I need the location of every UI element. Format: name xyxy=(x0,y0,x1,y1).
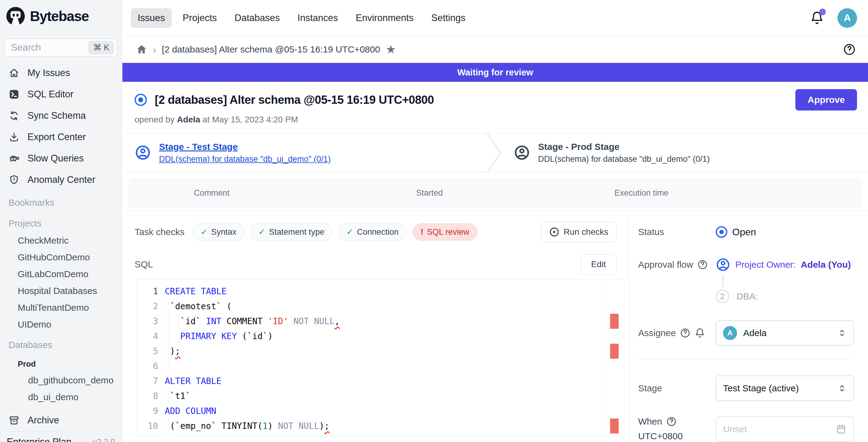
line-number: 3 xyxy=(137,316,165,326)
project-item[interactable]: CheckMetric xyxy=(0,232,122,249)
sidebar-item-export-center[interactable]: Export Center xyxy=(0,126,122,148)
when-row: When UTC+0800 Unset xyxy=(638,416,854,442)
home-icon xyxy=(8,67,20,78)
sidebar-item-my-issues[interactable]: My Issues xyxy=(0,62,122,84)
chevron-updown-icon xyxy=(837,328,847,338)
project-item[interactable]: GitHubComDemo xyxy=(0,249,122,265)
error-marker xyxy=(610,418,619,434)
assignee-text: Assignee xyxy=(638,328,676,338)
check-pill-statement-type[interactable]: ✓Statement type xyxy=(250,223,333,241)
help-icon[interactable] xyxy=(680,328,690,338)
stage-name[interactable]: Stage - Prod Stage xyxy=(538,141,710,152)
run-checks-button[interactable]: Run checks xyxy=(541,222,617,242)
turtle-icon xyxy=(8,153,20,164)
sidebar: Bytebase Search ⌘ K My IssuesSQL EditorS… xyxy=(0,0,122,442)
sidebar-item-slow-queries[interactable]: Slow Queries xyxy=(0,148,122,169)
assignee-value: Adela xyxy=(743,328,831,338)
star-icon[interactable]: ★ xyxy=(385,44,396,55)
search-shortcut: ⌘ K xyxy=(89,41,114,54)
check-icon: ✓ xyxy=(258,227,266,237)
breadcrumb: › [2 databases] Alter schema @05-15 16:1… xyxy=(122,36,868,63)
stage-strip: Stage - Test StageDDL(schema) for databa… xyxy=(122,133,868,172)
edit-button[interactable]: Edit xyxy=(581,254,617,275)
sql-editor[interactable]: 1CREATE TABLE2 `demotest` (3 `id` INT CO… xyxy=(136,279,625,436)
status-value: Open xyxy=(732,226,756,238)
sidebar-item-anomaly-center[interactable]: Anomaly Center xyxy=(0,169,122,190)
stage-select-row: Stage Test Stage (active) xyxy=(638,375,854,401)
stage-task-link[interactable]: DDL(schema) for database "db_ui_demo" (0… xyxy=(538,154,710,164)
database-item[interactable]: db_githubcom_demo xyxy=(0,372,122,388)
check-pill-syntax[interactable]: ✓Syntax xyxy=(192,223,245,241)
nav-item-databases[interactable]: Databases xyxy=(228,8,287,28)
sidebar-item-sync-schema[interactable]: Sync Schema xyxy=(0,105,122,126)
line-number: 8 xyxy=(137,391,165,401)
sidebar-projects-list: CheckMetricGitHubComDemoGitLabComDemoHos… xyxy=(0,232,122,333)
line-number: 10 xyxy=(137,421,165,431)
check-icon: ✓ xyxy=(200,227,208,237)
line-number: 5 xyxy=(137,346,165,356)
check-pill-sql-review[interactable]: !SQL review xyxy=(412,223,478,241)
stage-value: Test Stage (active) xyxy=(723,383,831,393)
sql-label: SQL xyxy=(134,259,153,270)
stage-task-link[interactable]: DDL(schema) for database "db_ui_demo" (0… xyxy=(159,154,331,164)
assignee-avatar: A xyxy=(723,326,737,340)
help-icon[interactable] xyxy=(843,43,856,56)
project-item[interactable]: GitLabComDemo xyxy=(0,265,122,282)
sidebar-item-label: Slow Queries xyxy=(28,153,84,164)
plan-row[interactable]: Enterprise Plan v2.2.0 xyxy=(0,431,122,442)
project-item[interactable]: UIDemo xyxy=(0,316,122,333)
approval-step2-row: 2 DBA: xyxy=(638,290,854,303)
approval-step1-role: Project Owner: xyxy=(735,259,796,270)
check-pill-connection[interactable]: ✓Connection xyxy=(338,223,407,241)
approval-flow-text: Approval flow xyxy=(638,259,693,270)
indent-guide xyxy=(168,344,168,359)
issue-title-row: [2 databases] Alter schema @05-15 16:19 … xyxy=(122,82,868,110)
status-banner: Waiting for review xyxy=(122,63,868,82)
indent-guide xyxy=(168,388,168,404)
help-icon[interactable] xyxy=(698,259,708,270)
help-icon[interactable] xyxy=(666,416,677,427)
warning-icon: ! xyxy=(421,227,423,237)
assignee-row: Assignee A Adela xyxy=(638,320,854,346)
nav-item-projects[interactable]: Projects xyxy=(176,8,224,28)
sidebar-section-bookmarks: Bookmarks xyxy=(0,194,122,211)
issue-side-panel: Status Open Approval flow Project Owner:… xyxy=(629,211,868,442)
project-item[interactable]: Hospital Databases xyxy=(0,282,122,299)
plan-name: Enterprise Plan xyxy=(7,437,71,442)
nav-item-environments[interactable]: Environments xyxy=(349,8,421,28)
search-input[interactable]: Search ⌘ K xyxy=(4,38,118,57)
stage-select[interactable]: Test Stage (active) xyxy=(716,375,854,401)
check-label: Syntax xyxy=(211,227,237,237)
when-text: When xyxy=(638,416,662,427)
stage-name[interactable]: Stage - Test Stage xyxy=(159,141,331,152)
brand-logo[interactable]: Bytebase xyxy=(0,0,122,26)
stage-1[interactable]: Stage - Test StageDDL(schema) for databa… xyxy=(122,133,486,172)
nav-item-instances[interactable]: Instances xyxy=(291,8,345,28)
notification-bell-icon[interactable] xyxy=(810,11,824,25)
user-avatar[interactable]: A xyxy=(837,8,857,28)
project-item[interactable]: MultiTenantDemo xyxy=(0,299,122,316)
sidebar-item-label: My Issues xyxy=(28,67,70,78)
sync-icon xyxy=(8,110,20,121)
indent-guide xyxy=(168,359,168,374)
nav-item-settings[interactable]: Settings xyxy=(425,8,472,28)
nav-item-issues[interactable]: Issues xyxy=(131,8,172,28)
sidebar-item-sql-editor[interactable]: SQL Editor xyxy=(0,84,122,105)
database-item[interactable]: db_ui_demo xyxy=(0,388,122,405)
side-panel-divider xyxy=(638,359,854,359)
sidebar-item-archive[interactable]: Archive xyxy=(0,410,122,431)
error-marker xyxy=(610,314,619,329)
approval-step1-assignee[interactable]: Adela (You) xyxy=(801,259,850,270)
brand-name: Bytebase xyxy=(30,8,89,24)
assignee-select[interactable]: A Adela xyxy=(716,320,854,346)
home-icon[interactable] xyxy=(136,44,147,55)
check-label: Connection xyxy=(357,227,399,237)
subscribe-bell-icon[interactable] xyxy=(695,328,705,338)
stage-2[interactable]: Stage - Prod StageDDL(schema) for databa… xyxy=(501,133,710,172)
main-column: Task checks ✓Syntax✓Statement type✓Conne… xyxy=(122,211,629,442)
indent-guide xyxy=(168,314,168,329)
when-datetime-input[interactable]: Unset xyxy=(716,416,854,442)
line-number: 9 xyxy=(137,406,165,416)
approve-button[interactable]: Approve xyxy=(795,89,857,110)
breadcrumb-title[interactable]: [2 databases] Alter schema @05-15 16:19 … xyxy=(162,44,380,55)
